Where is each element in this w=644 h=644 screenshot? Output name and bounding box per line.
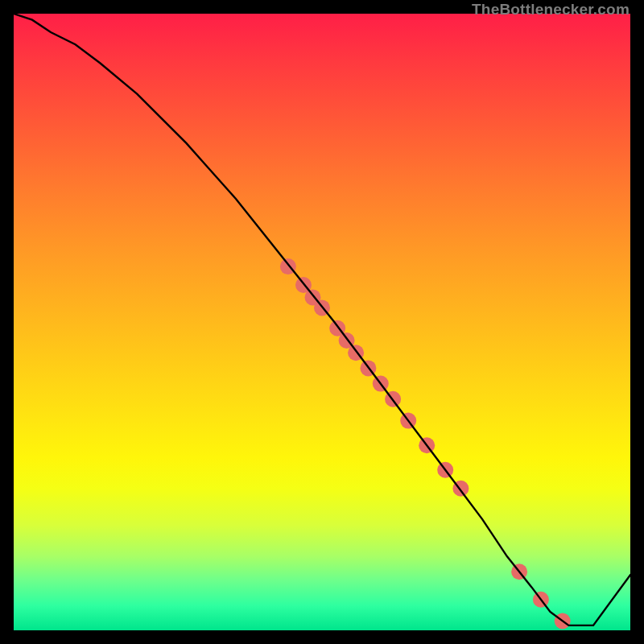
- chart-frame: TheBottlenecker.com: [0, 0, 644, 644]
- plot-svg: [14, 14, 630, 630]
- attribution-label: TheBottlenecker.com: [472, 1, 630, 19]
- bottleneck-curve: [14, 14, 630, 625]
- plot-area: [14, 14, 630, 630]
